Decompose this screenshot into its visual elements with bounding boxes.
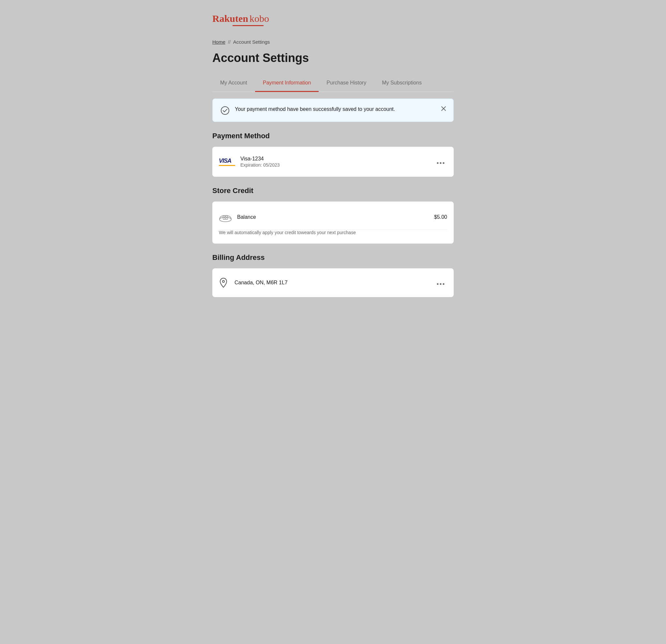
tab-purchase-history[interactable]: Purchase History: [319, 75, 374, 92]
visa-payment-item: VISA Visa-1234 Expiration: 05/2023: [219, 150, 447, 174]
location-pin-icon: [219, 278, 229, 288]
visa-text: VISA: [219, 158, 235, 164]
visa-stripe: [219, 165, 235, 166]
rakuten-kobo-logo[interactable]: Rakuten kobo: [212, 13, 454, 24]
success-banner: Your payment method have been successful…: [212, 99, 454, 122]
logo-kobo: kobo: [249, 13, 269, 24]
billing-address-card: Canada, ON, M6R 1L7: [212, 268, 454, 297]
logo-underline: [232, 25, 264, 26]
svg-point-5: [443, 162, 444, 164]
payment-method-card: VISA Visa-1234 Expiration: 05/2023: [212, 147, 454, 177]
breadcrumb-home[interactable]: Home: [212, 39, 225, 45]
store-credit-title: Store Credit: [212, 186, 454, 195]
payment-more-options-button[interactable]: [434, 157, 447, 167]
store-credit-card: Balance $5.00 We will automatically appl…: [212, 201, 454, 244]
svg-point-8: [224, 216, 226, 218]
tab-my-subscriptions[interactable]: My Subscriptions: [374, 75, 430, 92]
logo-container: Rakuten kobo: [212, 13, 454, 26]
svg-rect-7: [223, 216, 228, 219]
close-banner-button[interactable]: [439, 104, 448, 113]
billing-address-title: Billing Address: [212, 253, 454, 262]
breadcrumb-separator: //: [228, 39, 231, 45]
svg-point-4: [440, 162, 442, 164]
balance-item: Balance $5.00: [219, 205, 447, 230]
svg-point-9: [223, 281, 224, 282]
billing-address-item: Canada, ON, M6R 1L7: [219, 272, 447, 294]
credit-note: We will automatically apply your credit …: [219, 230, 447, 240]
tabs-container: My Account Payment Information Purchase …: [212, 75, 454, 92]
payment-method-title: Payment Method: [212, 132, 454, 140]
success-check-icon: [221, 106, 230, 115]
balance-value: $5.00: [434, 214, 447, 220]
page-title: Account Settings: [212, 51, 454, 65]
balance-label: Balance: [237, 214, 429, 220]
tab-payment-information[interactable]: Payment Information: [255, 75, 319, 92]
svg-point-3: [437, 162, 439, 164]
tab-my-account[interactable]: My Account: [212, 75, 255, 92]
success-message: Your payment method have been successful…: [235, 105, 395, 113]
logo-rakuten: Rakuten: [212, 13, 248, 24]
svg-point-11: [440, 283, 442, 285]
card-name: Visa-1234: [240, 156, 429, 162]
svg-point-10: [437, 283, 439, 285]
payment-details: Visa-1234 Expiration: 05/2023: [240, 156, 429, 167]
breadcrumb: Home // Account Settings: [212, 39, 454, 45]
content-area: Your payment method have been successful…: [212, 92, 454, 297]
visa-logo: VISA: [219, 157, 235, 167]
svg-point-12: [443, 283, 444, 285]
billing-more-options-button[interactable]: [434, 278, 447, 288]
store-credit-icon: [219, 211, 232, 224]
card-expiry: Expiration: 05/2023: [240, 162, 429, 167]
svg-point-0: [221, 107, 229, 114]
breadcrumb-current: Account Settings: [233, 39, 270, 45]
billing-address-text: Canada, ON, M6R 1L7: [234, 280, 429, 286]
